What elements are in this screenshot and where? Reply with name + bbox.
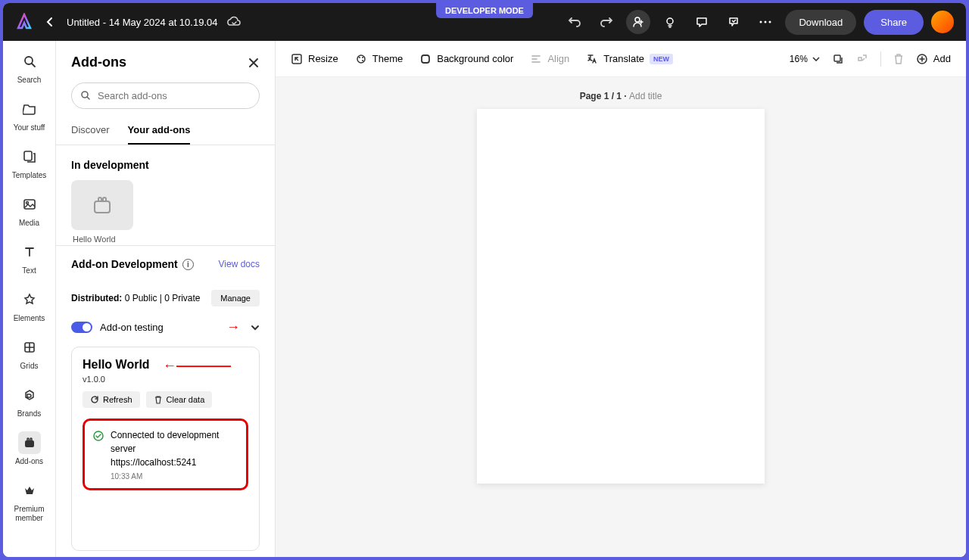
download-button[interactable]: Download <box>785 10 856 35</box>
folder-icon <box>18 98 41 120</box>
app-logo[interactable] <box>15 13 33 31</box>
chevron-down-icon <box>812 57 820 61</box>
user-avatar[interactable] <box>931 11 954 33</box>
manage-button[interactable]: Manage <box>211 290 260 306</box>
addons-icon <box>18 431 41 454</box>
svg-point-8 <box>26 202 28 204</box>
rail-brands[interactable]: Brands <box>7 384 52 418</box>
invite-icon[interactable] <box>626 10 650 34</box>
bgcolor-icon <box>419 53 432 65</box>
rail-premium[interactable]: Premium member <box>7 479 52 523</box>
status-url: https://localhost:5241 <box>111 456 238 469</box>
status-message: Connected to development server <box>111 430 219 454</box>
svg-point-0 <box>635 17 640 22</box>
canvas-area: Resize Theme Background color Align Tran… <box>276 41 966 557</box>
brands-icon <box>18 384 41 406</box>
feedback-icon[interactable] <box>721 10 746 34</box>
svg-point-16 <box>359 57 360 58</box>
clear-data-button[interactable]: Clear data <box>146 391 213 408</box>
grids-icon <box>18 336 41 359</box>
svg-point-15 <box>357 55 365 63</box>
chevron-down-icon[interactable] <box>251 325 260 331</box>
in-development-heading: In development <box>56 145 275 180</box>
redo-icon[interactable] <box>594 10 618 34</box>
canvas-page[interactable] <box>477 109 765 484</box>
addon-dev-heading: Add-on Development <box>71 258 178 270</box>
rail-elements[interactable]: Elements <box>7 288 52 322</box>
addon-testing-card: Hello World ←———— v1.0.0 Refresh Clear d… <box>71 347 260 551</box>
canvas-toolbar: Resize Theme Background color Align Tran… <box>276 41 966 77</box>
rail-text[interactable]: Text <box>7 241 52 275</box>
rail-grids[interactable]: Grids <box>7 336 52 370</box>
back-button[interactable] <box>42 14 58 30</box>
annotation-arrow: → <box>226 319 240 335</box>
search-icon <box>80 90 91 101</box>
project-version: v1.0.0 <box>83 372 248 391</box>
rail-media[interactable]: Media <box>7 193 52 227</box>
svg-point-2 <box>760 21 762 23</box>
svg-rect-10 <box>25 440 34 447</box>
svg-point-4 <box>769 21 771 23</box>
add-page-button[interactable]: Add <box>916 53 951 65</box>
rail-addons[interactable]: Add-ons <box>7 431 52 465</box>
align-icon <box>530 53 542 65</box>
rail-yourstuff[interactable]: Your stuff <box>7 98 52 132</box>
undo-icon[interactable] <box>562 10 587 34</box>
search-addons-input[interactable] <box>71 82 260 109</box>
theme-button[interactable]: Theme <box>355 53 403 65</box>
tab-your-addons[interactable]: Your add-ons <box>128 117 191 145</box>
svg-point-1 <box>667 18 673 24</box>
developer-mode-badge: DEVELOPER MODE <box>436 3 533 18</box>
plus-circle-icon <box>916 53 928 65</box>
duplicate-icon[interactable] <box>832 53 844 65</box>
svg-rect-12 <box>95 201 110 213</box>
svg-point-3 <box>765 21 767 23</box>
bgcolor-button[interactable]: Background color <box>419 53 513 65</box>
premium-icon <box>18 479 41 502</box>
svg-rect-19 <box>422 55 429 63</box>
lightbulb-icon[interactable] <box>658 10 682 34</box>
annotation-arrow: ←———— <box>163 358 231 374</box>
close-icon[interactable] <box>248 57 260 69</box>
svg-rect-6 <box>24 151 32 160</box>
resize-button[interactable]: Resize <box>291 53 338 65</box>
delete-icon[interactable] <box>893 53 904 65</box>
share-button[interactable]: Share <box>864 10 924 35</box>
tab-discover[interactable]: Discover <box>71 117 110 145</box>
left-rail: Search Your stuff Templates Media Text E… <box>3 41 56 557</box>
svg-point-18 <box>362 60 363 61</box>
info-icon[interactable]: i <box>182 259 194 270</box>
trash-icon <box>154 395 163 404</box>
refresh-button[interactable]: Refresh <box>83 391 140 408</box>
plugin-icon <box>92 194 113 216</box>
resize-icon <box>291 53 303 65</box>
zoom-dropdown[interactable]: 16% <box>790 54 820 64</box>
page-label[interactable]: Page 1 / 1 · Add title <box>580 91 662 101</box>
templates-icon <box>18 145 41 168</box>
theme-icon <box>355 53 367 65</box>
comment-icon[interactable] <box>690 10 714 34</box>
addons-panel: Add-ons Discover Your add-ons In develop… <box>56 41 276 557</box>
addon-card-name: Hello World <box>71 230 260 242</box>
view-docs-link[interactable]: View docs <box>219 259 260 269</box>
more-icon[interactable] <box>753 10 777 34</box>
addon-testing-label: Add-on testing <box>100 322 164 333</box>
transform-icon[interactable] <box>856 53 868 65</box>
status-time: 10:33 AM <box>111 471 238 482</box>
panel-title: Add-ons <box>71 54 126 70</box>
refresh-icon <box>90 395 99 404</box>
addon-testing-toggle[interactable] <box>71 322 92 333</box>
rail-search[interactable]: Search <box>7 50 52 84</box>
elements-icon <box>18 288 41 311</box>
translate-button[interactable]: TranslateNEW <box>586 53 673 65</box>
document-title[interactable]: Untitled - 14 May 2024 at 10.19.04 <box>67 17 217 28</box>
svg-point-17 <box>362 57 363 58</box>
rail-templates[interactable]: Templates <box>7 145 52 179</box>
distributed-label: Distributed: <box>71 293 122 303</box>
text-icon <box>18 241 41 263</box>
connection-status: Connected to development server https://… <box>83 418 248 490</box>
svg-rect-20 <box>834 55 840 61</box>
addon-card[interactable] <box>71 180 133 230</box>
cloud-sync-icon[interactable] <box>226 16 241 28</box>
new-badge: NEW <box>650 54 673 64</box>
